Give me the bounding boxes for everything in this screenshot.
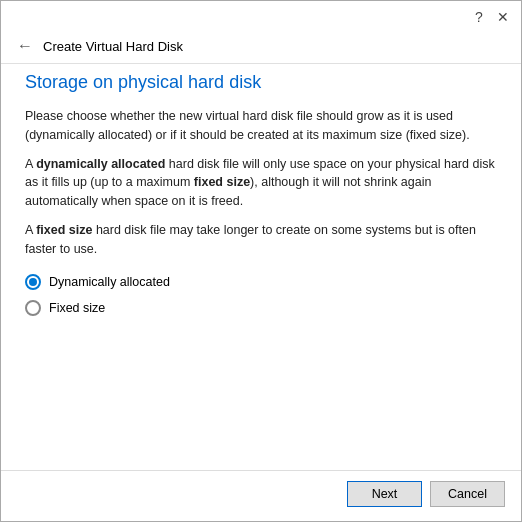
- footer: Next Cancel: [1, 470, 521, 521]
- back-button[interactable]: ←: [17, 37, 33, 55]
- radio-label-dynamically: Dynamically allocated: [49, 275, 170, 289]
- page-title: Storage on physical hard disk: [25, 72, 497, 93]
- desc2-bold2: fixed size: [194, 175, 250, 189]
- header-bar: ← Create Virtual Hard Disk: [1, 33, 521, 63]
- dialog-title: Create Virtual Hard Disk: [43, 39, 183, 54]
- desc2-prefix: A: [25, 157, 36, 171]
- desc2-bold1: dynamically allocated: [36, 157, 165, 171]
- radio-circle-dynamically: [25, 274, 41, 290]
- title-bar: ? ✕: [1, 1, 521, 33]
- title-bar-controls: ? ✕: [469, 7, 513, 27]
- close-button[interactable]: ✕: [493, 7, 513, 27]
- desc3-bold: fixed size: [36, 223, 92, 237]
- desc3-prefix: A: [25, 223, 36, 237]
- radio-group: Dynamically allocated Fixed size: [25, 274, 497, 316]
- radio-label-fixed: Fixed size: [49, 301, 105, 315]
- content-area: Storage on physical hard disk Please cho…: [1, 64, 521, 470]
- radio-item-fixed-size[interactable]: Fixed size: [25, 300, 497, 316]
- cancel-button[interactable]: Cancel: [430, 481, 505, 507]
- description-3: A fixed size hard disk file may take lon…: [25, 221, 497, 259]
- help-button[interactable]: ?: [469, 7, 489, 27]
- next-button[interactable]: Next: [347, 481, 422, 507]
- radio-circle-fixed: [25, 300, 41, 316]
- description-2: A dynamically allocated hard disk file w…: [25, 155, 497, 211]
- description-1: Please choose whether the new virtual ha…: [25, 107, 497, 145]
- radio-item-dynamically-allocated[interactable]: Dynamically allocated: [25, 274, 497, 290]
- desc3-suffix: hard disk file may take longer to create…: [25, 223, 476, 256]
- dialog-window: ? ✕ ← Create Virtual Hard Disk Storage o…: [0, 0, 522, 522]
